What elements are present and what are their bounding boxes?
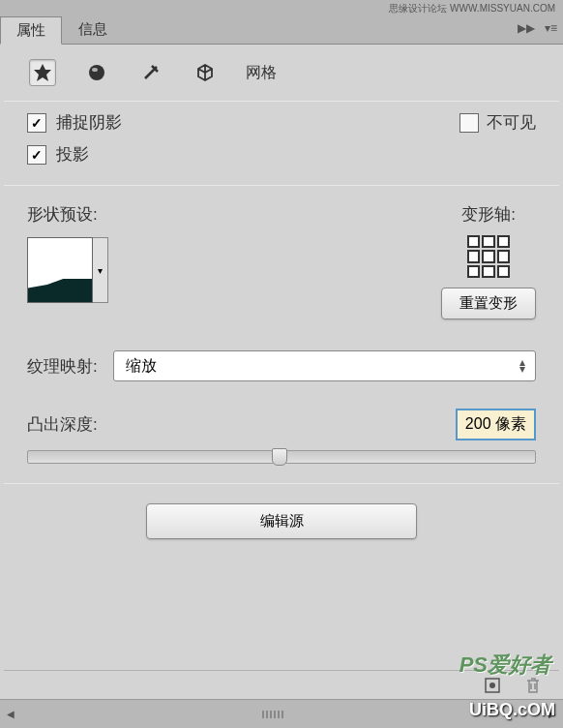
dropdown-arrow-icon: ▴▾ — [519, 359, 525, 373]
checkbox-capture-shadow[interactable]: ✓ — [27, 113, 46, 133]
toolbar-mesh-label: 网格 — [246, 63, 277, 83]
texture-mapping-label: 纹理映射: — [27, 355, 98, 378]
tool-scene-icon[interactable] — [192, 59, 219, 86]
texture-section: 纹理映射: 缩放 ▴▾ — [0, 337, 563, 395]
preset-section: 形状预设: ▾ 变形轴: 重置变形 — [0, 186, 563, 337]
svg-point-2 — [92, 68, 98, 72]
tab-collapse-icon[interactable]: ▶▶ — [518, 21, 535, 35]
tool-light-icon[interactable] — [137, 59, 164, 86]
svg-point-4 — [489, 682, 495, 688]
tab-properties[interactable]: 属性 — [0, 16, 62, 45]
texture-mapping-dropdown[interactable]: 缩放 ▴▾ — [113, 350, 536, 381]
extrude-depth-label: 凸出深度: — [27, 413, 98, 436]
slider-section — [0, 446, 563, 483]
texture-mapping-value: 缩放 — [126, 356, 157, 377]
scroll-track[interactable] — [21, 700, 542, 728]
depth-slider-thumb[interactable] — [272, 448, 287, 466]
deform-axis-label: 变形轴: — [461, 203, 516, 226]
scroll-left-icon[interactable]: ◀ — [0, 701, 21, 728]
tab-bar: 属性 信息 ▶▶ ▾≡ — [0, 17, 563, 45]
deform-axis-grid[interactable] — [467, 235, 510, 278]
source-label: 思缘设计论坛 WWW.MISSYUAN.COM — [389, 2, 555, 15]
svg-point-1 — [89, 65, 104, 80]
capture-shadow-label: 捕捉阴影 — [56, 111, 122, 134]
edit-section: 编辑源 — [0, 484, 563, 559]
depth-slider-track[interactable] — [27, 450, 536, 464]
checkbox-section: ✓ 捕捉阴影 不可见 ✓ 投影 — [0, 102, 563, 185]
cast-shadow-label: 投影 — [56, 143, 89, 166]
tool-sphere-icon[interactable] — [83, 59, 110, 86]
svg-marker-0 — [34, 64, 51, 81]
tool-star-icon[interactable] — [29, 59, 56, 86]
tab-info[interactable]: 信息 — [62, 15, 124, 44]
depth-section: 凸出深度: 200 像素 — [0, 395, 563, 446]
watermark-top: PS爱好者 — [459, 651, 551, 680]
toolbar: 网格 — [0, 45, 563, 101]
panel-menu-icon[interactable]: ▾≡ — [545, 21, 557, 35]
checkbox-cast-shadow[interactable]: ✓ — [27, 145, 46, 165]
extrude-depth-value[interactable]: 200 像素 — [456, 409, 536, 440]
checkbox-invisible[interactable] — [459, 113, 479, 133]
shape-preset-thumb[interactable] — [27, 237, 93, 303]
edit-source-button[interactable]: 编辑源 — [146, 503, 417, 539]
reset-deform-button[interactable]: 重置变形 — [441, 288, 536, 319]
invisible-label: 不可见 — [487, 111, 536, 134]
watermark-bottom: UiBQ.cOM — [469, 700, 555, 720]
shape-preset-label: 形状预设: — [27, 203, 108, 226]
shape-preset-dropdown-icon[interactable]: ▾ — [93, 237, 108, 303]
